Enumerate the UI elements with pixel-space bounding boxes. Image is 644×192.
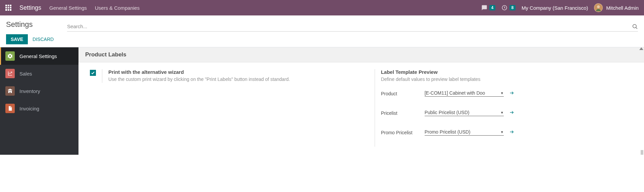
- field-label-pricelist: Pricelist: [381, 110, 425, 116]
- app-title: Settings: [19, 4, 41, 11]
- product-external-link[interactable]: [509, 90, 515, 97]
- select-value: [E-COM11] Cabinet with Doo: [425, 90, 485, 96]
- product-select[interactable]: [E-COM11] Cabinet with Doo ▼: [425, 90, 504, 97]
- nav-users-companies[interactable]: Users & Companies: [95, 5, 140, 11]
- clock-icon: [501, 5, 507, 11]
- sidebar-item-label: General Settings: [19, 53, 57, 59]
- select-value: Public Pricelist (USD): [425, 110, 470, 115]
- setting-description: Define default values to preview label t…: [381, 76, 637, 83]
- pricelist-external-link[interactable]: [509, 110, 515, 116]
- company-switcher[interactable]: My Company (San Francisco): [522, 5, 588, 11]
- arrow-right-icon: [509, 90, 515, 96]
- caret-down-icon: ▼: [500, 111, 504, 114]
- scrollbar[interactable]: [641, 47, 644, 155]
- apps-icon[interactable]: [5, 5, 11, 11]
- select-value: Promo Pricelist (USD): [425, 129, 471, 135]
- settings-sidebar: General Settings Sales Inventory Invoici…: [0, 47, 78, 155]
- sidebar-item-inventory[interactable]: Inventory: [0, 82, 78, 100]
- activities-button[interactable]: 8: [501, 5, 516, 11]
- svg-point-2: [597, 5, 600, 8]
- setting-label: Print with the alternative wizard: [108, 69, 290, 75]
- box-icon: [5, 86, 15, 96]
- sidebar-item-sales[interactable]: Sales: [0, 65, 78, 82]
- print-alt-wizard-checkbox[interactable]: [90, 70, 96, 76]
- sidebar-item-label: Sales: [19, 71, 32, 77]
- pricelist-select[interactable]: Public Pricelist (USD) ▼: [425, 110, 504, 116]
- sidebar-item-label: Invoicing: [19, 106, 39, 111]
- chat-icon: [481, 5, 487, 11]
- setting-description: Use the custom print wizard by clicking …: [108, 76, 290, 83]
- sidebar-item-invoicing[interactable]: Invoicing: [0, 100, 78, 117]
- field-label-promo-pricelist: Promo Pricelist: [381, 130, 425, 135]
- activities-badge: 8: [509, 5, 516, 10]
- sidebar-item-general-settings[interactable]: General Settings: [0, 47, 78, 65]
- discard-button[interactable]: DISCARD: [33, 37, 54, 42]
- svg-point-3: [633, 24, 637, 28]
- check-icon: [91, 71, 95, 75]
- field-label-product: Product: [381, 91, 425, 96]
- promo-pricelist-select[interactable]: Promo Pricelist (USD) ▼: [425, 129, 504, 136]
- svg-line-4: [636, 27, 637, 29]
- sidebar-item-label: Inventory: [19, 88, 40, 94]
- arrow-right-icon: [509, 110, 515, 115]
- top-navbar: Settings General Settings Users & Compan…: [0, 0, 644, 15]
- settings-content: Product Labels Print with the alternativ…: [78, 47, 644, 155]
- user-name: Mitchell Admin: [606, 5, 639, 11]
- setting-label: Label Template Preview: [381, 69, 637, 75]
- nav-general-settings[interactable]: General Settings: [49, 5, 87, 11]
- page-title: Settings: [6, 20, 54, 29]
- save-button[interactable]: SAVE: [6, 34, 28, 44]
- document-icon: [5, 104, 15, 113]
- control-panel: Settings SAVE DISCARD: [0, 15, 644, 47]
- section-heading: Product Labels: [78, 47, 644, 62]
- gear-icon: [5, 51, 15, 61]
- arrow-right-icon: [509, 129, 515, 135]
- search-input[interactable]: [67, 21, 632, 31]
- messages-badge: 4: [489, 5, 495, 10]
- search-icon[interactable]: [632, 23, 638, 30]
- messages-button[interactable]: 4: [481, 5, 495, 11]
- user-menu[interactable]: Mitchell Admin: [594, 3, 639, 12]
- promo-pricelist-external-link[interactable]: [509, 129, 515, 136]
- caret-down-icon: ▼: [500, 91, 504, 95]
- avatar: [594, 3, 603, 12]
- chart-icon: [5, 69, 15, 78]
- caret-down-icon: ▼: [500, 130, 504, 134]
